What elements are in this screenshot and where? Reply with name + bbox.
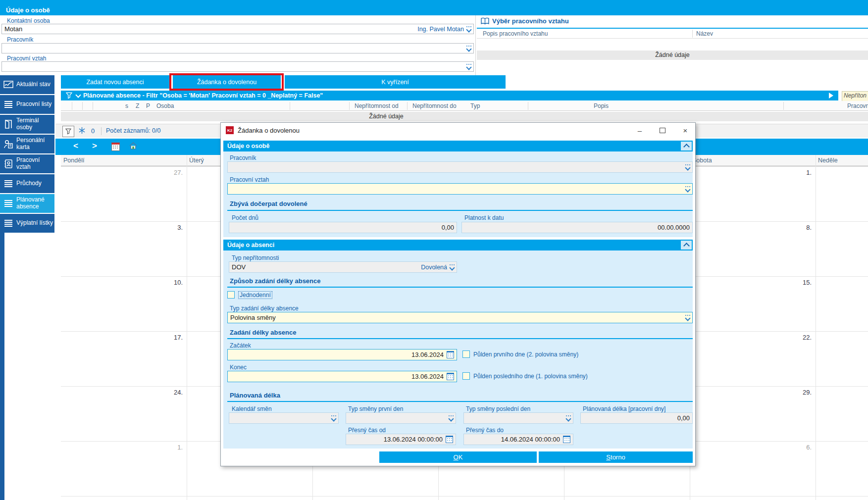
dlg-relation-field[interactable]	[227, 183, 693, 195]
storno-button[interactable]: Storno	[539, 451, 693, 463]
expand-right-icon[interactable]	[829, 93, 833, 99]
date-picker-icon[interactable]	[447, 373, 454, 380]
col-osoba[interactable]: Osoba	[156, 102, 174, 109]
col-desc-header[interactable]: Popis pracovního vztahu	[483, 30, 548, 37]
oneday-checkbox-label[interactable]: Jednodenní	[238, 291, 272, 299]
calendar-date[interactable]: 17.	[163, 334, 183, 341]
dropdown-icon[interactable]	[686, 186, 690, 192]
sidebar-item-vyplatni-listky[interactable]: Výplatní lístky	[0, 214, 54, 233]
app-root: { "colors": { "accent": "#00a2e8", "side…	[0, 0, 868, 500]
col-s[interactable]: s	[125, 102, 128, 109]
dropdown-icon[interactable]	[332, 415, 336, 421]
halfday-last-label[interactable]: Půlden posledního dne (1. polovina směny…	[473, 373, 588, 380]
entry-type-field[interactable]: Polovina směny	[227, 312, 693, 323]
exact-to-field[interactable]: 14.06.2024 00:00:00	[463, 434, 573, 445]
sidebar-item-pracovni-listy[interactable]: Pracovní listy	[0, 95, 54, 114]
halfday-first-label[interactable]: Půlden prvního dne (2. polovina směny)	[473, 351, 578, 358]
col-nepritomnost-do[interactable]: Nepřítomnost do	[412, 102, 457, 109]
calendar-date[interactable]: 3.	[163, 224, 183, 231]
relation-field[interactable]	[1, 61, 474, 72]
dropdown-icon[interactable]	[467, 46, 471, 51]
section-rule	[227, 401, 693, 402]
next-month-button[interactable]: >	[92, 141, 97, 151]
day-header-sunday: Neděle	[818, 157, 838, 164]
days-count-field[interactable]: 0,00	[229, 222, 457, 233]
dropdown-icon[interactable]	[467, 64, 471, 69]
col-nepritomnost-od[interactable]: Nepřítomnost od	[355, 102, 399, 109]
prev-month-button[interactable]: <	[73, 141, 78, 151]
dropdown-icon[interactable]	[566, 415, 570, 421]
dropdown-icon[interactable]	[686, 315, 690, 320]
worker-field[interactable]	[1, 43, 474, 53]
end-date-field[interactable]: 13.06.2024	[227, 371, 457, 382]
start-date-field[interactable]: 13.06.2024	[227, 349, 457, 360]
shift-last-field[interactable]	[463, 412, 573, 424]
calendar-date[interactable]: 6.	[792, 444, 812, 451]
remaining-vacation-title: Zbývá dočerpat dovolené	[230, 200, 307, 207]
close-button[interactable]: ×	[674, 123, 696, 138]
dropdown-icon[interactable]	[449, 415, 453, 421]
col-p[interactable]: P	[146, 102, 150, 109]
calendar-date[interactable]: 27.	[163, 169, 183, 176]
calendar-date[interactable]: 22.	[792, 334, 812, 341]
sidebar-item-planovane-absence[interactable]: Plánované absence	[0, 194, 54, 213]
col-pracovni-vztah[interactable]: Pracovní vztah	[847, 102, 868, 109]
calendar-date[interactable]: 15.	[792, 279, 812, 286]
calendar-date[interactable]: 29.	[792, 389, 812, 396]
minimize-button[interactable]: –	[629, 123, 651, 138]
collapse-section-icon[interactable]	[681, 142, 692, 150]
snowflake-icon[interactable]	[78, 127, 86, 136]
calendar-date[interactable]: 8.	[792, 224, 812, 231]
shift-first-field[interactable]	[346, 412, 456, 424]
dropdown-icon[interactable]	[686, 164, 690, 170]
collapse-section-icon[interactable]	[681, 241, 692, 250]
maximize-button[interactable]	[652, 123, 673, 138]
dropdown-icon[interactable]	[467, 26, 471, 32]
tab-label: K vyřízení	[381, 79, 409, 86]
contact-person-field[interactable]: Motan Ing. Pavel Motan	[1, 24, 474, 34]
col-name-header[interactable]: Název	[696, 30, 713, 37]
relation-picker-title: Výběr pracovního vztahu	[492, 17, 569, 25]
sidebar-item-label: Plánované absence	[16, 197, 50, 210]
chevron-down-icon[interactable]	[75, 92, 81, 98]
ok-button[interactable]: OK	[379, 451, 537, 463]
section-absence-header[interactable]: Údaje o absenci	[223, 240, 693, 250]
col-z[interactable]: Z	[136, 102, 139, 109]
lines-icon	[0, 99, 16, 110]
date-picker-icon[interactable]	[563, 436, 570, 443]
calendar-date[interactable]: 1.	[163, 444, 183, 451]
exact-from-field[interactable]: 13.06.2024 00:00:00	[346, 434, 456, 445]
dlg-worker-field[interactable]	[227, 161, 693, 173]
tab-label: Zadat novou absenci	[86, 79, 144, 86]
absence-side-note[interactable]: Nepříton	[842, 91, 868, 102]
calendar-date[interactable]: 10.	[163, 279, 183, 286]
funnel-icon[interactable]	[66, 92, 72, 99]
shift-calendar-field[interactable]	[229, 412, 339, 424]
halfday-first-checkbox[interactable]	[462, 350, 470, 358]
dialog-title-bar[interactable]: K2 Žádanka o dovolenou – ×	[221, 123, 695, 138]
dropdown-icon[interactable]	[450, 264, 454, 270]
validity-field[interactable]: 00.00.0000	[461, 222, 693, 233]
sidebar-item-personalni-karta[interactable]: Personální karta	[0, 135, 54, 153]
calendar-date[interactable]: 24.	[163, 389, 183, 396]
sidebar-item-label: Pracovní listy	[16, 101, 51, 108]
date-picker-icon[interactable]	[447, 351, 454, 358]
planned-length-field[interactable]: 0,00	[580, 412, 693, 424]
absence-type-field[interactable]: DOV Dovolená	[229, 261, 457, 273]
tab-k-vyrizeni[interactable]: K vyřízení	[285, 75, 506, 89]
calendar-view-icon[interactable]	[111, 143, 120, 151]
oneday-checkbox[interactable]	[227, 291, 235, 299]
filter-button[interactable]	[62, 126, 74, 137]
section-person-header[interactable]: Údaje o osobě	[223, 141, 693, 151]
col-popis[interactable]: Popis	[594, 102, 609, 109]
home-icon[interactable]	[129, 142, 138, 152]
sidebar-item-pruchody[interactable]: Průchody	[0, 174, 54, 193]
sidebar-item-aktualni-stav[interactable]: Aktuální stav	[0, 75, 54, 94]
halfday-last-checkbox[interactable]	[462, 372, 470, 380]
sidebar-item-pracovni-vztah[interactable]: Pracovní vztah	[0, 154, 54, 173]
calendar-date[interactable]: 1.	[792, 169, 812, 176]
sidebar-item-terminal-osoby[interactable]: Terminál osoby	[0, 115, 54, 134]
date-picker-icon[interactable]	[446, 436, 453, 443]
col-typ[interactable]: Typ	[470, 102, 480, 109]
tab-zadat-novou-absenci[interactable]: Zadat novou absenci	[61, 75, 169, 89]
